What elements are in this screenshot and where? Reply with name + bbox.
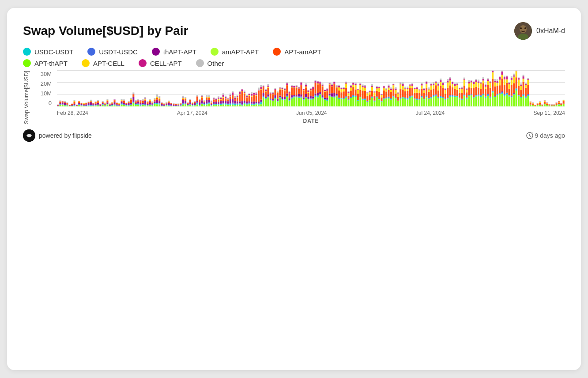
svg-rect-976 bbox=[345, 88, 347, 96]
svg-rect-691 bbox=[260, 87, 262, 89]
svg-rect-257 bbox=[132, 102, 134, 102]
svg-rect-1113 bbox=[385, 89, 387, 90]
svg-rect-1165 bbox=[402, 97, 404, 97]
svg-rect-769 bbox=[284, 91, 286, 97]
svg-rect-958 bbox=[340, 98, 342, 98]
svg-rect-446 bbox=[189, 105, 191, 106]
svg-rect-894 bbox=[322, 97, 324, 98]
svg-rect-893 bbox=[322, 98, 324, 98]
svg-rect-1571 bbox=[525, 98, 527, 106]
svg-rect-425 bbox=[182, 100, 184, 103]
svg-rect-626 bbox=[241, 91, 243, 91]
svg-rect-1378 bbox=[466, 92, 467, 98]
svg-rect-1115 bbox=[388, 98, 389, 107]
svg-rect-1566 bbox=[523, 94, 524, 94]
svg-rect-307 bbox=[147, 102, 148, 104]
svg-rect-902 bbox=[324, 99, 326, 99]
svg-rect-1598 bbox=[532, 103, 534, 105]
svg-rect-290 bbox=[142, 103, 144, 104]
svg-rect-1394 bbox=[471, 83, 472, 88]
svg-rect-1295 bbox=[442, 98, 444, 98]
svg-rect-278 bbox=[137, 99, 139, 100]
svg-rect-1599 bbox=[532, 103, 534, 103]
svg-rect-846 bbox=[307, 99, 309, 99]
svg-rect-548 bbox=[218, 96, 219, 97]
svg-rect-54 bbox=[71, 105, 73, 106]
svg-rect-1256 bbox=[430, 98, 432, 98]
svg-rect-128 bbox=[95, 106, 97, 106]
svg-rect-32 bbox=[64, 103, 66, 105]
svg-rect-172 bbox=[106, 101, 108, 102]
svg-rect-1272 bbox=[435, 95, 437, 96]
svg-rect-655 bbox=[251, 104, 253, 104]
svg-rect-298 bbox=[144, 101, 146, 104]
svg-rect-729 bbox=[272, 94, 274, 99]
svg-rect-1404 bbox=[473, 81, 475, 82]
svg-rect-1621 bbox=[539, 102, 541, 102]
svg-rect-1361 bbox=[461, 99, 463, 99]
svg-rect-659 bbox=[251, 94, 253, 95]
svg-rect-269 bbox=[135, 101, 137, 102]
svg-rect-664 bbox=[253, 102, 255, 104]
svg-rect-1496 bbox=[501, 79, 503, 91]
svg-rect-1141 bbox=[395, 98, 397, 98]
svg-rect-1026 bbox=[359, 84, 361, 85]
svg-rect-1235 bbox=[423, 93, 425, 98]
svg-rect-1255 bbox=[430, 98, 432, 107]
svg-rect-762 bbox=[282, 89, 283, 90]
svg-rect-157 bbox=[102, 102, 104, 102]
svg-rect-156 bbox=[102, 102, 104, 103]
svg-rect-305 bbox=[147, 105, 148, 105]
svg-rect-504 bbox=[206, 100, 207, 103]
svg-rect-1200 bbox=[411, 84, 413, 86]
svg-rect-461 bbox=[192, 102, 193, 102]
header: Swap Volume[$USD] by Pair 0xHaM-d bbox=[23, 22, 565, 40]
svg-rect-1012 bbox=[357, 101, 359, 106]
svg-rect-101 bbox=[85, 103, 87, 104]
svg-rect-1694 bbox=[563, 101, 565, 104]
svg-rect-1431 bbox=[482, 94, 484, 94]
svg-rect-802 bbox=[293, 86, 295, 88]
svg-rect-1432 bbox=[482, 83, 484, 94]
svg-rect-1368 bbox=[464, 95, 465, 95]
svg-rect-1493 bbox=[501, 93, 503, 94]
svg-rect-89 bbox=[83, 106, 85, 107]
svg-rect-1025 bbox=[359, 85, 361, 90]
svg-rect-1391 bbox=[471, 94, 472, 95]
svg-rect-1219 bbox=[418, 93, 420, 99]
svg-rect-1014 bbox=[357, 100, 359, 100]
svg-rect-1461 bbox=[492, 91, 494, 92]
svg-rect-248 bbox=[130, 105, 132, 106]
svg-rect-766 bbox=[284, 99, 286, 100]
svg-rect-1542 bbox=[516, 88, 517, 89]
svg-rect-418 bbox=[180, 103, 181, 104]
svg-rect-1472 bbox=[494, 87, 496, 96]
svg-rect-717 bbox=[270, 100, 271, 106]
svg-rect-205 bbox=[116, 103, 118, 103]
svg-rect-1513 bbox=[506, 79, 508, 83]
svg-rect-1623 bbox=[541, 106, 543, 106]
powered-by-text: powered by flipside bbox=[39, 132, 92, 139]
svg-rect-1541 bbox=[516, 89, 517, 91]
svg-rect-240 bbox=[128, 106, 130, 106]
svg-rect-962 bbox=[340, 88, 342, 89]
svg-rect-1213 bbox=[416, 89, 418, 93]
svg-rect-558 bbox=[222, 104, 224, 105]
svg-rect-274 bbox=[137, 102, 139, 104]
svg-rect-734 bbox=[275, 98, 276, 99]
svg-rect-1375 bbox=[466, 98, 467, 99]
svg-rect-1186 bbox=[409, 98, 411, 106]
svg-rect-547 bbox=[218, 98, 219, 99]
svg-rect-1289 bbox=[440, 96, 441, 97]
svg-rect-854 bbox=[310, 98, 312, 99]
svg-rect-1362 bbox=[461, 93, 463, 98]
svg-rect-1577 bbox=[525, 84, 527, 85]
svg-rect-1117 bbox=[388, 97, 389, 98]
svg-rect-526 bbox=[213, 104, 215, 105]
svg-rect-703 bbox=[265, 98, 267, 98]
svg-rect-316 bbox=[149, 100, 151, 101]
svg-rect-1239 bbox=[426, 97, 427, 106]
svg-rect-77 bbox=[78, 104, 80, 105]
svg-rect-744 bbox=[277, 99, 279, 101]
svg-rect-611 bbox=[237, 96, 238, 97]
